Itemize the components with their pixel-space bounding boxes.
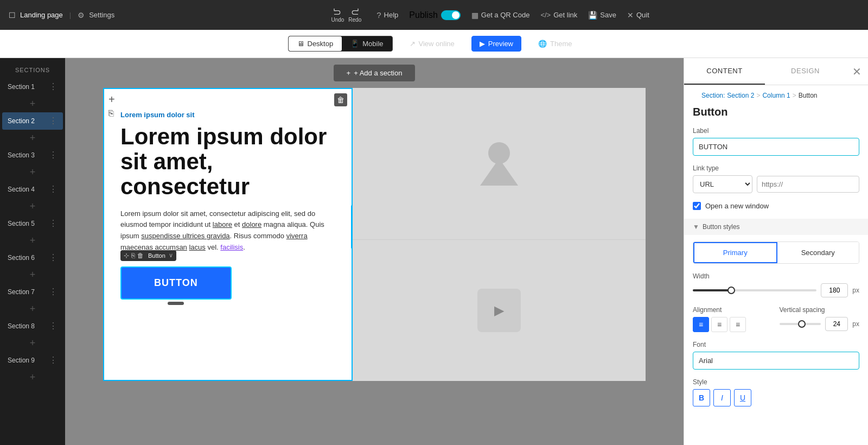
add-below-section7[interactable]: + [0,301,65,317]
get-link-button[interactable]: </> Get link [540,11,577,19]
section8-menu-icon[interactable]: ⋮ [49,322,58,330]
preview-button[interactable]: ▶ Preview [471,36,521,52]
save-button[interactable]: 💾 Save [588,11,616,20]
button-toolbar-chevron[interactable]: ∨ [169,252,173,259]
view-online-button[interactable]: ↗ View online [401,36,463,52]
spacing-input[interactable] [825,317,848,331]
secondary-bar: 🖥 Desktop 📱 Mobile ↗ View online ▶ Previ… [0,30,868,58]
spacing-slider[interactable] [780,323,821,325]
section6-label: Section 6 [8,254,35,262]
section6-menu-icon[interactable]: ⋮ [49,253,58,262]
undo-button[interactable]: Undo [331,7,344,23]
button-toolbar: ⊹ ⎘ 🗑 Button ∨ [120,250,176,261]
underline-btn[interactable]: U [734,389,751,406]
quit-button[interactable]: ✕ Quit [627,11,649,20]
button-wrapper: ⊹ ⎘ 🗑 Button ∨ BUTTON [120,266,232,300]
sidebar-item-section2[interactable]: Section 2 ⋮ [2,112,63,130]
redo-button[interactable]: Redo [348,7,361,23]
canvas-add-element-icon[interactable]: + [108,93,115,106]
sidebar-item-section6[interactable]: Section 6 ⋮ [2,249,63,266]
width-unit: px [852,287,859,294]
external-link-icon: ↗ [410,40,416,48]
link-type-group: Link type URL Email Phone [693,164,859,193]
style-icons-row: B I U [693,389,859,406]
style-field-group: Style B I U [693,378,859,406]
section7-label: Section 7 [8,288,35,296]
duplicate-icon[interactable]: ⎘ [131,252,135,259]
add-below-section4[interactable]: + [0,199,65,214]
section7-menu-icon[interactable]: ⋮ [49,288,58,296]
italic-btn[interactable]: I [713,389,731,406]
align-left-btn[interactable]: ≡ [693,317,709,332]
width-input[interactable] [821,283,848,297]
section3-menu-icon[interactable]: ⋮ [49,151,58,160]
sidebar-item-section7[interactable]: Section 7 ⋮ [2,283,63,301]
canvas-resize-handle[interactable] [351,205,353,249]
open-new-window-checkbox[interactable] [693,202,701,210]
primary-style-btn[interactable]: Primary [693,242,777,263]
breadcrumb-column[interactable]: Column 1 [762,92,790,99]
add-below-section3[interactable]: + [0,164,65,180]
mobile-view-btn[interactable]: 📱 Mobile [342,36,392,51]
section8-label: Section 8 [8,322,35,330]
section1-label: Section 1 [8,83,35,91]
desktop-icon: 🖥 [297,40,304,48]
align-right-btn[interactable]: ≡ [730,317,746,332]
button-resize-handle[interactable] [168,302,184,305]
tab-design[interactable]: DESIGN [765,58,846,85]
breadcrumb-element[interactable]: Button [799,92,818,99]
canvas-delete-icon[interactable]: 🗑 [334,93,347,106]
qr-button[interactable]: ▦ Get a QR Code [471,11,530,20]
add-below-section9[interactable]: + [0,370,65,385]
publish-toggle[interactable] [441,10,461,20]
cta-button[interactable]: BUTTON [120,266,232,300]
section5-menu-icon[interactable]: ⋮ [49,219,58,228]
align-center-btn[interactable]: ≡ [711,317,727,332]
breadcrumb-section-name[interactable]: Section 2 [727,92,754,99]
section2-menu-icon[interactable]: ⋮ [49,117,58,125]
canvas-right-column: ▶ [353,88,646,381]
plus-icon: + [347,69,351,77]
move-icon[interactable]: ⊹ [124,252,129,259]
sidebar-item-section1[interactable]: Section 1 ⋮ [2,78,63,96]
font-select[interactable]: Arial Helvetica Georgia Times New Roman [693,352,859,370]
settings-label[interactable]: Settings [89,11,114,19]
sidebar-item-section8[interactable]: Section 8 ⋮ [2,317,63,335]
tab-content[interactable]: CONTENT [684,58,765,85]
label-field-input[interactable] [693,138,859,156]
add-section-button[interactable]: + + Add a section [334,65,416,81]
add-below-section1[interactable]: + [0,96,65,112]
secondary-style-btn[interactable]: Secondary [777,242,859,263]
section1-menu-icon[interactable]: ⋮ [49,82,58,91]
section9-menu-icon[interactable]: ⋮ [49,356,58,365]
sidebar-item-section9[interactable]: Section 9 ⋮ [2,352,63,369]
add-below-section2[interactable]: + [0,130,65,146]
vertical-spacing-group: Vertical spacing px [780,306,860,332]
theme-button[interactable]: 🌐 Theme [530,36,580,52]
width-slider[interactable] [693,289,816,291]
bold-btn[interactable]: B [693,389,710,406]
sidebar-item-section3[interactable]: Section 3 ⋮ [2,147,63,164]
link-url-input[interactable] [757,176,859,193]
canvas-copy-icon[interactable]: ⎘ [108,109,114,118]
facilisis-link[interactable]: facilisis [220,243,243,251]
delete-toolbar-icon[interactable]: 🗑 [137,252,144,259]
desktop-view-btn[interactable]: 🖥 Desktop [289,36,342,51]
panel-close-button[interactable]: ✕ [852,66,861,77]
section4-menu-icon[interactable]: ⋮ [49,185,58,194]
width-label: Width [693,272,859,280]
canvas-area: + + Add a section + ⎘ 🗑 Lorem ipsum dolo… [65,58,684,445]
sidebar-item-section5[interactable]: Section 5 ⋮ [2,215,63,232]
button-styles-section[interactable]: ▼ Button styles [684,219,868,235]
main-area: Sections Section 1 ⋮ + Section 2 ⋮ + Sec… [0,58,868,445]
breadcrumb-section-label: Section: [701,92,725,99]
link-type-select[interactable]: URL Email Phone [693,175,752,193]
sidebar-item-section4[interactable]: Section 4 ⋮ [2,181,63,198]
help-button[interactable]: ? Help [376,10,398,20]
add-below-section6[interactable]: + [0,267,65,283]
canvas-content: + ⎘ 🗑 Lorem ipsum dolor sit Lorem ipsum … [103,88,646,381]
add-below-section5[interactable]: + [0,233,65,249]
canvas-image-placeholder [353,88,646,240]
breadcrumb-sep1: > [756,92,760,99]
add-below-section8[interactable]: + [0,335,65,351]
